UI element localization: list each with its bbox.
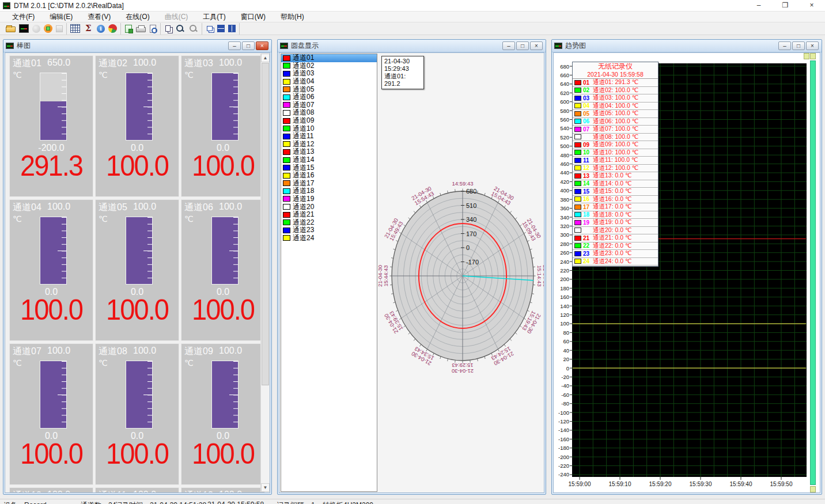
channel-value: 100.0 — [184, 293, 262, 327]
statistics-sigma-icon[interactable] — [84, 24, 93, 33]
channel-color-swatch — [283, 173, 290, 179]
legend-row: 10通道10: 100.0 ℃ — [573, 149, 658, 157]
slider-button-icon[interactable] — [810, 486, 816, 492]
legend-row: 11通道11: 100.0 ℃ — [573, 157, 658, 165]
channel-color-swatch — [283, 204, 290, 210]
menu-item-4[interactable]: 在线(O) — [118, 12, 157, 22]
stop-record-icon[interactable] — [44, 24, 52, 33]
legend-channel-value: 通道05: 100.0 ℃ — [593, 109, 639, 118]
gauge-max-label: 100.0 — [219, 490, 242, 493]
open-file-icon[interactable] — [6, 26, 16, 32]
copy-icon[interactable] — [165, 25, 171, 32]
legend-channel-number: 05 — [583, 111, 593, 117]
bar-window: 棒图 通道01650.0℃-200.0291.3通道02100.0℃0.0100… — [3, 39, 272, 495]
legend-row: 23通道23: 0.0 ℃ — [573, 250, 658, 258]
bar-window-titlebar[interactable]: 棒图 — [3, 40, 271, 52]
export-icon[interactable] — [125, 25, 132, 33]
bar-cell-header: 通道02100.0 — [99, 58, 176, 70]
scroll-up-icon[interactable]: ▲ — [261, 54, 270, 62]
legend-channel-value: 通道15: 0.0 ℃ — [593, 187, 632, 195]
svg-text:340: 340 — [466, 216, 476, 223]
gauge-mid-tick — [58, 251, 66, 251]
legend-color-swatch — [574, 259, 581, 264]
minimize-icon[interactable] — [228, 41, 241, 50]
cascade-windows-icon[interactable] — [207, 26, 213, 31]
gauge-max-label: 100.0 — [47, 490, 70, 493]
legend-color-swatch — [574, 251, 581, 256]
scroll-down-icon[interactable]: ▼ — [261, 483, 270, 492]
bar-gauge-cell: 通道07100.0℃0.0100.0 — [9, 343, 93, 485]
maximize-icon[interactable] — [792, 41, 805, 50]
menu-item-3[interactable]: 查看(V) — [80, 12, 118, 22]
svg-text:170: 170 — [466, 230, 476, 237]
scrollbar-thumb[interactable] — [262, 63, 269, 385]
maximize-icon[interactable] — [516, 41, 529, 50]
slider-button-icon[interactable] — [810, 53, 816, 59]
circle-window-titlebar[interactable]: 圆盘显示 — [278, 40, 546, 52]
trend-window-titlebar[interactable]: 趋势图 — [552, 40, 822, 52]
channel-color-swatch — [283, 102, 290, 108]
close-icon[interactable] — [530, 41, 543, 50]
channel-color-swatch — [283, 212, 290, 218]
channel-value: 100.0 — [98, 293, 176, 327]
menu-item-1[interactable]: 文件(F) — [5, 12, 42, 22]
svg-text:-200: -200 — [558, 454, 569, 460]
channel-color-swatch — [283, 196, 290, 202]
legend-channel-number: 16 — [583, 196, 593, 202]
channel-name: 通道12 — [184, 490, 214, 493]
channel-color-swatch — [283, 71, 290, 77]
slider-button-icon[interactable] — [804, 53, 809, 59]
close-icon[interactable] — [256, 41, 268, 50]
minimize-icon[interactable] — [502, 41, 515, 50]
channel-color-swatch — [283, 188, 290, 194]
tooltip-time: 15:29:43 — [384, 65, 421, 73]
unit-label: ℃ — [99, 214, 108, 223]
maximize-icon[interactable] — [242, 41, 255, 50]
bar-scrollbar[interactable]: ▲ ▼ — [260, 54, 269, 492]
gauge-mid-tick — [143, 251, 152, 251]
info-icon[interactable] — [97, 25, 105, 33]
legend-row: 08通道08: 100.0 ℃ — [573, 134, 658, 142]
legend-title: 无纸记录仪 — [573, 62, 658, 71]
close-icon[interactable]: × — [798, 0, 825, 12]
time-slider[interactable] — [810, 60, 816, 485]
legend-channel-number: 24 — [583, 258, 593, 264]
channel-list-item[interactable]: 通道24 — [281, 234, 377, 242]
menu-item-2[interactable]: 编辑(E) — [42, 12, 80, 22]
channel-name: 通道02 — [99, 58, 128, 70]
zoom-icon[interactable] — [175, 24, 185, 33]
legend-color-swatch — [574, 96, 581, 101]
legend-color-swatch — [574, 127, 581, 132]
tile-vertical-icon[interactable] — [228, 25, 236, 32]
legend-channel-number: 01 — [583, 79, 593, 86]
bar-gauge-cell: 通道04100.0℃0.0100.0 — [9, 199, 93, 341]
tile-horizontal-icon[interactable] — [217, 25, 225, 32]
svg-text:-170: -170 — [466, 259, 479, 266]
trend-window-content: 6806606406206005805605405205004804604404… — [553, 52, 820, 493]
bar-gauge-cell: 通道02100.0℃0.0100.0 — [95, 55, 179, 197]
gauge-max-label: 100.0 — [47, 202, 70, 214]
legend-color-swatch — [574, 236, 581, 241]
menu-item-7[interactable]: 窗口(W) — [233, 12, 273, 22]
restore-icon[interactable]: ❐ — [772, 0, 798, 12]
print-preview-icon[interactable] — [150, 25, 156, 33]
channel-color-swatch — [283, 126, 290, 131]
legend-channel-number: 03 — [583, 95, 593, 101]
realtime-chart-icon[interactable] — [19, 24, 29, 33]
legend-row: 14通道14: 0.0 ℃ — [573, 180, 658, 188]
menu-item-6[interactable]: 工具(T) — [195, 12, 233, 22]
print-icon[interactable] — [136, 27, 146, 32]
minimize-icon[interactable] — [778, 41, 791, 50]
pie-chart-icon[interactable] — [108, 24, 117, 33]
menu-item-8[interactable]: 帮助(H) — [273, 12, 312, 22]
close-icon[interactable] — [806, 41, 819, 50]
svg-text:-160: -160 — [558, 436, 569, 442]
channel-value: 100.0 — [184, 149, 262, 183]
bar-cell-header: 通道05100.0 — [99, 202, 176, 214]
tooltip-value: 通道01: 291.2 — [384, 73, 421, 88]
data-table-icon[interactable] — [70, 24, 80, 33]
legend-channel-value: 通道09: 100.0 ℃ — [593, 141, 639, 149]
minimize-icon[interactable]: – — [745, 0, 772, 12]
legend-row: 15通道15: 0.0 ℃ — [573, 188, 658, 196]
legend-rows: 01通道01: 291.3 ℃02通道02: 100.0 ℃03通道03: 10… — [573, 79, 658, 266]
